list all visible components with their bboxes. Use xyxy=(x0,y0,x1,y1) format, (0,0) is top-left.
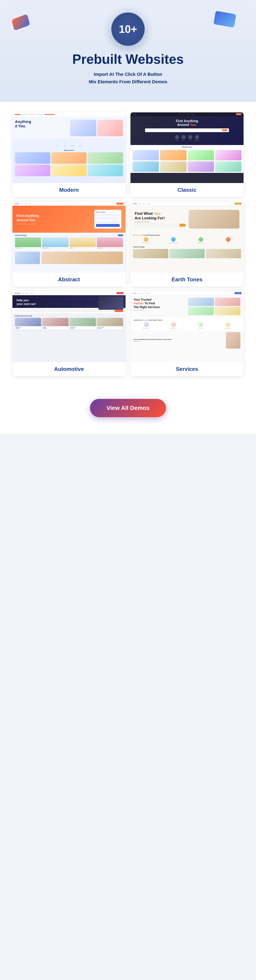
demo-label-automotive: Automotive xyxy=(13,362,126,376)
cat-icon: Houses xyxy=(175,135,179,141)
feat-card-label: Discount bouquet xyxy=(15,247,41,249)
steps-row-earth: Look for anything Find the thing you wan… xyxy=(133,237,241,243)
logo-earth: Listivo xyxy=(133,203,137,204)
card-item xyxy=(133,161,159,172)
icon-circle xyxy=(55,140,60,145)
hero-big-text-classic: Find AnythingAround You. xyxy=(135,119,239,127)
nav-link: Home xyxy=(21,203,23,204)
car-price: $52,000 xyxy=(43,328,68,329)
q-sub: Browse our listings xyxy=(134,341,224,342)
svc-icon xyxy=(226,322,231,327)
nav-link: Home xyxy=(138,293,140,294)
hero-img-1 xyxy=(70,120,96,136)
car-card[interactable]: BMW 5 Series $48,000 xyxy=(15,318,41,330)
svc-icon xyxy=(144,322,149,327)
nav-cta-dot xyxy=(45,114,55,115)
car-price: $44,990 xyxy=(70,328,95,329)
feat-card-label: Cup with heart xyxy=(97,247,123,249)
nav-links-abstract: Home Listing Pages xyxy=(21,203,115,204)
logo-automotive: AutoListo xyxy=(14,293,21,294)
question-text-services: Are you looking for professional service… xyxy=(134,339,224,342)
deco-left xyxy=(11,14,30,31)
nav-dot xyxy=(30,114,36,115)
logo-services: Listivo xyxy=(133,293,137,294)
demos-grid: Anythingd You. Homes Jobs Rea xyxy=(0,102,256,387)
car-card[interactable]: Audi A6 $52,000 xyxy=(42,318,68,330)
demo-label-services: Services xyxy=(130,362,243,376)
demo-label-classic: Classic xyxy=(130,183,243,197)
nav-logo-classic: Listivo xyxy=(133,114,137,115)
car-card[interactable]: Tesla Model 3 $44,990 xyxy=(70,318,96,330)
step-item: Contact the seller xyxy=(188,237,214,243)
car-info: Audi A6 $52,000 xyxy=(42,326,68,330)
car-img xyxy=(42,318,68,326)
demo-card-automotive[interactable]: AutoListo Home Search Listings Post Ad h… xyxy=(13,291,126,376)
icon-item: Real Estate xyxy=(71,140,75,146)
view-all-button[interactable]: View All Demos xyxy=(90,399,166,417)
svc-icon xyxy=(198,322,203,327)
nav-cta-abstract: Post Ad xyxy=(116,202,123,205)
discover-item xyxy=(51,165,87,176)
filter-item[interactable] xyxy=(15,309,47,312)
feat-card-earth xyxy=(169,249,205,258)
logo-abstract: Listivo xyxy=(14,203,19,204)
hero-img-placeholder xyxy=(189,210,240,229)
cat-name: Cars xyxy=(183,140,184,141)
hero-img-stack xyxy=(70,120,123,136)
step-icon xyxy=(143,237,148,242)
nav-bar-services: Listivo Home Search Register Post Ad xyxy=(130,291,243,295)
car-img xyxy=(97,318,123,326)
discover-more-classic: Discover more xyxy=(130,145,243,149)
demo-card-services[interactable]: Listivo Home Search Register Post Ad You… xyxy=(130,291,243,376)
nav-bar-earth: Listivo Home Search Listings Post Ad xyxy=(130,202,243,206)
nav-bar-classic: Listivo Home Search Listings Pages Post … xyxy=(130,112,243,116)
demo-card-abstract[interactable]: Listivo Home Listing Pages Post Ad Find … xyxy=(13,202,126,286)
sp-btn xyxy=(96,224,120,227)
demo-card-earth[interactable]: Listivo Home Search Listings Post Ad Fin… xyxy=(130,202,243,286)
car-card[interactable]: Mercedes C300 $46,500 xyxy=(97,318,123,330)
nav-link: Listings xyxy=(147,203,150,204)
hero-area-automotive: help youyour next car! xyxy=(13,295,126,308)
feat-header-abstract: Featured listings See All xyxy=(15,234,123,236)
search-input-earth[interactable] xyxy=(135,224,178,227)
card-item xyxy=(188,161,214,172)
sp-row xyxy=(96,217,120,220)
nav-link: Home xyxy=(179,114,181,115)
search-panel-abstract: Search Listings xyxy=(94,210,121,229)
hero-area-abstract: Find AnythingAround You There are many l… xyxy=(13,206,126,233)
cat-icon: Real Estate xyxy=(195,135,199,141)
cat-icon: Pets xyxy=(188,135,192,141)
trusted-title-services: Listavo can help you make smart choices xyxy=(134,319,240,321)
icon-item: Jobs xyxy=(63,140,68,146)
drone-img2 xyxy=(41,251,123,264)
step-label: Look for anything xyxy=(143,242,149,243)
view-all-section: View All Demos xyxy=(0,387,256,434)
nav-link: Home xyxy=(139,203,141,204)
search-bar-classic: I'm looking for... Search xyxy=(145,128,229,132)
icon-circle xyxy=(71,140,75,145)
cat-circle xyxy=(195,135,199,139)
nav-cta-services: Post Ad xyxy=(235,292,242,294)
search-btn-earth[interactable] xyxy=(179,224,186,227)
discover-item xyxy=(15,152,50,164)
filter-item[interactable] xyxy=(48,309,80,312)
hero-img-earth xyxy=(189,210,240,229)
discover-grid-modern xyxy=(15,152,123,176)
car-info: BMW 5 Series $48,000 xyxy=(15,326,41,330)
nav-link: Search xyxy=(142,293,145,294)
nav-link: Search xyxy=(183,114,185,115)
nav-link: Search xyxy=(143,203,145,204)
hero-text-abstract: Find AnythingAround You There are many l… xyxy=(17,214,91,224)
nav-dot xyxy=(14,114,21,115)
hero-title: Prebuilt Websites xyxy=(8,52,248,67)
demo-card-classic[interactable]: Listivo Home Search Listings Pages Post … xyxy=(130,112,243,197)
feat-card-earth xyxy=(206,249,241,258)
step-item: Review xyxy=(215,237,241,243)
trusted-section-services: Listavo can help you make smart choices … xyxy=(130,318,243,330)
icon-label: Real Estate xyxy=(71,145,75,146)
drone-img xyxy=(15,251,40,264)
see-all-btn-abstract[interactable]: See All xyxy=(118,234,123,236)
nav-dot xyxy=(22,114,28,115)
card-item xyxy=(133,150,159,161)
demo-card-modern[interactable]: Anythingd You. Homes Jobs Rea xyxy=(13,112,126,197)
